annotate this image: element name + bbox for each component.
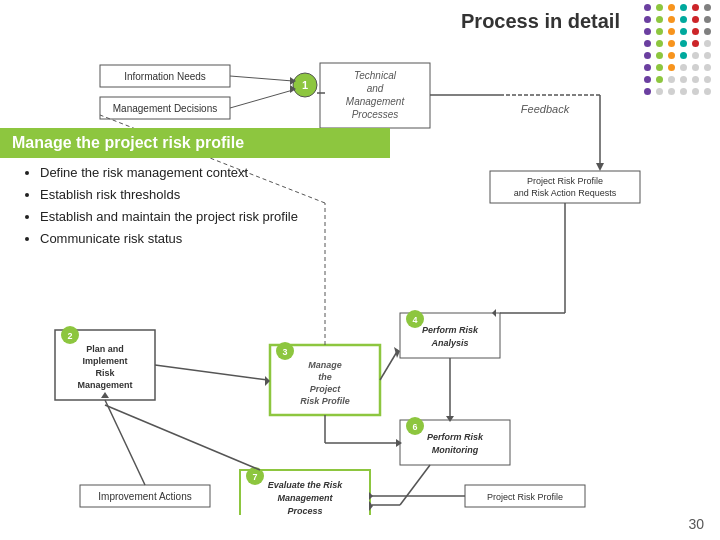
evaluate-line2: Management <box>277 493 333 503</box>
decorative-dot <box>680 4 687 11</box>
decorative-dot <box>668 40 675 47</box>
analysis-line2: Analysis <box>430 338 468 348</box>
decorative-dot <box>644 28 651 35</box>
proj-risk-profile-label2: and Risk Action Requests <box>514 188 617 198</box>
decorative-dot <box>692 40 699 47</box>
decorative-dot <box>704 16 711 23</box>
plan-line3: Risk <box>95 368 115 378</box>
svg-line-9 <box>230 76 293 81</box>
decorative-dot <box>692 28 699 35</box>
decorative-dot <box>680 40 687 47</box>
plan-line1: Plan and <box>86 344 124 354</box>
decorative-dot <box>704 28 711 35</box>
svg-line-11 <box>230 90 293 108</box>
circle7-label: 7 <box>252 472 257 482</box>
decorative-dot <box>644 16 651 23</box>
decorative-dot <box>668 28 675 35</box>
decorative-dot <box>656 16 663 23</box>
circle1-label: 1 <box>302 79 308 91</box>
svg-line-21 <box>380 350 398 380</box>
evaluate-line1: Evaluate the Risk <box>268 480 344 490</box>
decorative-dot <box>656 40 663 47</box>
monitoring-line1: Perform Risk <box>427 432 484 442</box>
technical-line1: Technical <box>354 70 397 81</box>
manage-line4: Risk Profile <box>300 396 350 406</box>
technical-line2: and <box>367 83 384 94</box>
manage-line3: Project <box>310 384 342 394</box>
page-title: Process in detail <box>461 10 620 33</box>
green-band-label: Manage the project risk profile <box>12 134 244 151</box>
green-band: Manage the project risk profile <box>0 128 390 158</box>
proj-risk-profile2-label: Project Risk Profile <box>487 492 563 502</box>
proj-risk-profile-label1: Project Risk Profile <box>527 176 603 186</box>
info-needs-label: Information Needs <box>124 71 206 82</box>
evaluate-line3: Process <box>287 506 322 515</box>
manage-line1: Manage <box>308 360 342 370</box>
svg-line-37 <box>400 465 430 505</box>
decorative-dot <box>656 28 663 35</box>
decorative-dot <box>668 16 675 23</box>
bullet-item-0: Define the risk management context <box>40 162 390 184</box>
monitoring-line2: Monitoring <box>432 445 479 455</box>
decorative-dot <box>692 16 699 23</box>
svg-marker-7 <box>596 163 604 171</box>
bullet-item-3: Communicate risk status <box>40 228 390 250</box>
decorative-dot <box>644 4 651 11</box>
bullet-list: Define the risk management contextEstabl… <box>20 162 390 250</box>
decorative-dot <box>692 4 699 11</box>
mgmt-decisions-label: Management Decisions <box>113 103 218 114</box>
decorative-dot <box>668 4 675 11</box>
technical-line4: Processes <box>352 109 399 120</box>
decorative-dot <box>644 40 651 47</box>
decorative-dot <box>704 4 711 11</box>
circle2-label: 2 <box>67 331 72 341</box>
plan-line4: Management <box>77 380 132 390</box>
feedback-label: Feedback <box>521 103 570 115</box>
bullet-item-1: Establish risk thresholds <box>40 184 390 206</box>
analysis-line1: Perform Risk <box>422 325 479 335</box>
svg-line-17 <box>155 365 268 380</box>
process-diagram: Information Needs Management Decisions 1… <box>0 55 720 515</box>
decorative-dot <box>680 28 687 35</box>
technical-line3: Management <box>346 96 406 107</box>
manage-line2: the <box>318 372 332 382</box>
svg-line-44 <box>105 405 260 470</box>
circle3-label: 3 <box>282 347 287 357</box>
circle6-label: 6 <box>412 422 417 432</box>
decorative-dot <box>656 4 663 11</box>
improvement-actions-label: Improvement Actions <box>98 491 191 502</box>
bullet-item-2: Establish and maintain the project risk … <box>40 206 390 228</box>
diagram-svg: Information Needs Management Decisions 1… <box>0 55 720 515</box>
circle4-label: 4 <box>412 315 417 325</box>
decorative-dot <box>680 16 687 23</box>
plan-line2: Implement <box>82 356 127 366</box>
page-number: 30 <box>688 516 704 532</box>
decorative-dot <box>704 40 711 47</box>
